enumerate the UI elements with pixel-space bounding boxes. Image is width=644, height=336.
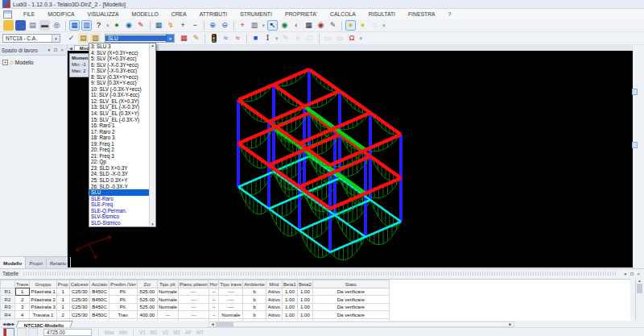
table-cell[interactable]: Pilastrata 1 — [30, 288, 56, 296]
table-cell[interactable]: B450C — [90, 296, 109, 304]
dropdown-option[interactable]: 11: SLV (-0.3X-Y-ecc) — [89, 92, 149, 98]
dropdown-option[interactable]: 12: SLV_EL (X+0.3Y) — [89, 98, 149, 105]
dropdown-option[interactable]: 26: SLD -0.3X-Y — [89, 184, 149, 190]
table-cell[interactable]: Da verificare — [312, 288, 389, 296]
table-cell[interactable]: 1.00 — [282, 296, 297, 304]
table-cell[interactable]: 1.00 — [297, 303, 312, 311]
dropdown-option[interactable]: 3: SLU 3 — [89, 44, 149, 50]
table-cell[interactable]: 2 — [15, 296, 30, 304]
column-header[interactable]: Prop — [56, 280, 69, 288]
column-header[interactable]: Trave — [15, 280, 30, 288]
table-cell[interactable]: 1.00 — [282, 303, 297, 311]
diagram-red-icon[interactable]: ≈ — [233, 33, 243, 44]
curve-disabled-icon[interactable]: ≈ — [293, 33, 303, 44]
table-scroll-thumb[interactable] — [637, 284, 642, 293]
dropdown-option[interactable]: 9: SLV (0.3X+Y-ecc) — [89, 80, 149, 86]
sphere-icon[interactable]: ◐ — [291, 20, 302, 31]
dropdown-option[interactable]: 21: Freq 3 — [89, 153, 149, 160]
ibeam-icon[interactable]: I — [262, 33, 273, 44]
table-cell[interactable]: Da verificare — [312, 296, 389, 304]
table-row[interactable]: R33Pilastrata 31C25/30B450CPil.525.00Nor… — [1, 303, 390, 311]
table-cell[interactable]: Normale — [219, 311, 243, 319]
light-off-icon[interactable]: ○ — [369, 20, 380, 31]
table-cell[interactable]: b — [243, 303, 266, 311]
combination-combobox[interactable]: SLU ▾ — [105, 34, 175, 43]
viewport-scroll-up-button[interactable] — [632, 89, 638, 95]
dropdown-option[interactable]: SLE-Q.Perman. — [89, 208, 149, 214]
column-header[interactable] — [1, 280, 15, 288]
column-header[interactable]: Mrid — [266, 280, 282, 288]
element-table[interactable]: TraveGruppoPropCalcestrAcciaioPredim./Ve… — [0, 280, 390, 322]
table-cell[interactable]: Pilastrata 3 — [30, 303, 56, 311]
table-cell[interactable]: 1 — [56, 303, 69, 311]
column-header[interactable]: Stato — [312, 280, 389, 288]
table-cell[interactable]: 1.00 — [282, 288, 297, 296]
table-cell[interactable]: Normale — [157, 303, 178, 311]
pencil2-icon[interactable]: ✎ — [328, 20, 338, 31]
column-header[interactable]: Hcr — [208, 280, 218, 288]
window-remove-icon[interactable]: − — [190, 20, 200, 31]
sheet-nav-first-icon[interactable]: ◀◀ — [2, 321, 9, 326]
column-header[interactable]: Zcr — [137, 280, 157, 288]
sidebar-close-icon[interactable]: × — [59, 48, 65, 52]
light-on-icon[interactable]: ● — [345, 20, 356, 31]
table-cell[interactable]: 1 — [56, 288, 69, 296]
column-header[interactable]: Gruppo — [30, 280, 56, 288]
open-folder-icon[interactable] — [3, 20, 14, 31]
view-frame-icon[interactable]: ▦ — [69, 20, 80, 31]
dropdown-option[interactable]: 23: SLD X+0.3Y — [89, 165, 149, 172]
dropdown-option[interactable]: 17: Raro 2 — [89, 129, 149, 135]
table-cell[interactable]: ---- — [219, 303, 243, 311]
menu-risultati[interactable]: RISULTATI — [362, 11, 402, 17]
table-cell[interactable]: --- — [157, 311, 178, 319]
table-cell[interactable]: Attivo — [266, 288, 282, 296]
tabelle-menu-icon[interactable]: ▾ — [622, 272, 629, 276]
table-cell[interactable]: C25/30 — [69, 303, 89, 311]
zoom-out-icon[interactable]: ⊖ — [220, 20, 230, 31]
table-cell[interactable]: Travata 1 — [30, 311, 56, 319]
table-cell[interactable]: -- — [208, 296, 218, 304]
table-cell[interactable]: Normale — [157, 288, 178, 296]
menu-crea[interactable]: CREA — [165, 11, 193, 17]
verify-icon[interactable]: ✓ — [66, 33, 76, 44]
table-cell[interactable]: 1.00 — [297, 288, 312, 296]
traffic-light-icon[interactable] — [208, 33, 219, 44]
menu-finestra[interactable]: FINESTRA — [402, 11, 442, 17]
table-vertical-scrollbar[interactable]: ▲ — [635, 279, 643, 321]
zoom-in-icon[interactable]: ⊕ — [208, 20, 218, 31]
table-cell[interactable]: Attivo — [266, 296, 282, 304]
norm-combobox-arrow-icon[interactable]: ▾ — [52, 35, 60, 42]
select-cursor-icon[interactable]: ↖ — [267, 20, 278, 31]
dropdown-option[interactable]: 25: SLD 0.3X+Y — [89, 177, 149, 184]
hscroll-right-icon[interactable]: ▶ — [507, 322, 514, 326]
diagram-blue-icon[interactable]: ≈ — [221, 33, 231, 44]
table-cell[interactable]: 1.00 — [297, 296, 312, 304]
solid-cube-icon[interactable]: ■ — [250, 33, 261, 44]
window-table-icon[interactable]: ▥ — [250, 20, 260, 31]
row-header[interactable]: R3 — [1, 303, 15, 311]
dropdown-option[interactable]: SLU — [89, 189, 149, 196]
status-tool2-icon[interactable] — [28, 328, 38, 336]
table-cell[interactable]: --- — [178, 296, 208, 304]
loads-lightning-icon[interactable]: ↯ — [166, 20, 176, 31]
note-pencil-icon[interactable]: ✎ — [191, 33, 201, 44]
dropdown-option[interactable]: 14: SLV_EL (0.3X+Y) — [89, 110, 149, 117]
menu-file[interactable]: FILE — [17, 11, 41, 17]
table-cell[interactable]: 525.00 — [137, 288, 157, 296]
dropdown-scrollbar[interactable]: ▲ ▼ — [149, 44, 155, 226]
tabelle-close-icon[interactable]: × — [635, 272, 642, 276]
toolbar-overflow-icon[interactable]: ▾ — [106, 23, 109, 29]
dropdown-option[interactable]: 24: SLD -X-0.3Y — [89, 171, 149, 177]
light2-icon[interactable]: ● — [357, 20, 368, 31]
dropdown-option[interactable]: 18: Raro 3 — [89, 135, 149, 141]
table-cell[interactable]: 4 — [15, 311, 30, 319]
hscroll-left-icon[interactable]: ◀ — [209, 322, 216, 326]
table-cell[interactable]: Pil. — [109, 303, 138, 311]
table-cell[interactable]: ---- — [219, 296, 243, 304]
sidebar-pin-icon[interactable]: ⊡ — [52, 48, 59, 52]
draw-pencil-icon[interactable]: ✎ — [136, 20, 147, 31]
table-cell[interactable]: --- — [178, 288, 208, 296]
dropdown-option[interactable]: 20: Freq 2 — [89, 147, 149, 153]
tree-item-modello[interactable]: + ⌂ Modello — [0, 56, 67, 69]
table-cell[interactable]: Pil. — [109, 288, 138, 296]
